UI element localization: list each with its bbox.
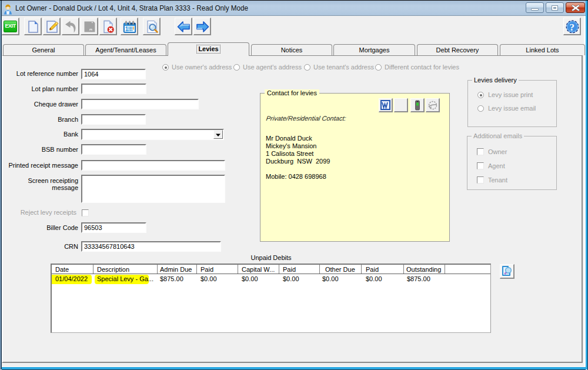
svg-text:1: 1 <box>125 26 129 32</box>
svg-text:?: ? <box>570 22 575 33</box>
